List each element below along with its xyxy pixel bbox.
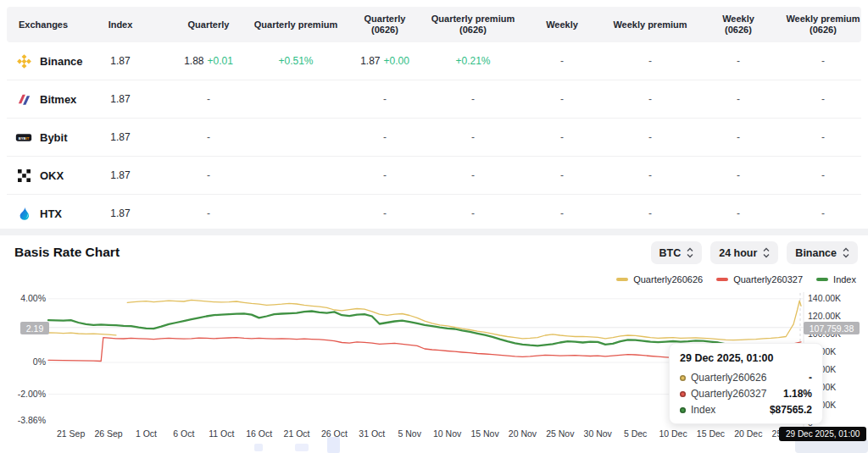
next-chart-fragment — [295, 444, 309, 451]
x-axis-label: 25 Nov — [540, 428, 581, 439]
x-axis-label: 1 Oct — [125, 428, 166, 439]
x-axis-label: 5 Dec — [615, 428, 656, 439]
cursor-date-pill: 29 Dec 2025, 01:00 — [779, 427, 866, 441]
x-axis-label: 16 Oct — [239, 428, 280, 439]
tooltip-date: 29 Dec 2025, 01:00 — [680, 352, 812, 364]
tooltip-row-index: Index$87565.2 — [680, 404, 812, 416]
x-axis-label: 21 Oct — [276, 428, 317, 439]
x-axis-label: 20 Nov — [502, 428, 542, 439]
x-axis-label: 21 Sep — [51, 428, 92, 439]
series-quarterly260626 — [48, 333, 116, 335]
left-axis-value-badge: 2.19 — [20, 322, 49, 334]
y-axis-left-label: 4.00% — [7, 293, 46, 303]
tooltip-series-dot — [680, 407, 686, 413]
tooltip-row-quarterly260327: Quarterly2603271.18% — [680, 388, 812, 400]
y-axis-right-label: 120.00K — [808, 311, 841, 321]
tooltip-series-label: Quarterly260626 — [691, 372, 804, 384]
tooltip-series-value: $87565.2 — [770, 404, 812, 416]
tooltip-series-label: Quarterly260327 — [691, 388, 778, 400]
tooltip-series-label: Index — [691, 404, 765, 416]
series-index — [48, 312, 801, 348]
y-axis-left-label: -3.86% — [7, 415, 46, 425]
tooltip-series-dot — [680, 375, 686, 381]
right-axis-value-badge: 107,759.38 — [804, 322, 860, 334]
tooltip-series-dot — [680, 391, 686, 397]
y-axis-left-label: 0% — [7, 356, 46, 367]
chart-tooltip: 29 Dec 2025, 01:00 Quarterly260626-Quart… — [669, 343, 823, 424]
x-axis-label: 10 Nov — [427, 428, 468, 439]
x-axis-label: 30 Nov — [577, 428, 618, 439]
basis-rate-dashboard: ExchangesIndexQuarterlyQuarterly premium… — [0, 0, 868, 453]
next-chart-fragment — [254, 444, 263, 451]
x-axis-label: 15 Dec — [690, 428, 731, 439]
x-axis-label: 11 Oct — [201, 428, 242, 439]
x-axis-label: 6 Oct — [164, 428, 204, 439]
series-quarterly260626 — [127, 300, 801, 340]
y-axis-right-label: 140.00K — [808, 293, 841, 303]
y-axis-left-label: -2.00% — [7, 389, 46, 399]
x-axis-label: 26 Sep — [88, 428, 129, 439]
tooltip-series-value: 1.18% — [783, 388, 812, 400]
x-axis-label: 15 Nov — [465, 428, 505, 439]
x-axis-label: 10 Dec — [653, 428, 693, 439]
x-axis-label: 31 Oct — [352, 428, 392, 439]
tooltip-series-value: - — [809, 372, 812, 384]
x-axis-label: 20 Dec — [728, 428, 769, 439]
x-axis-label: 5 Nov — [389, 428, 430, 439]
next-chart-fragment — [327, 437, 340, 453]
tooltip-row-quarterly260626: Quarterly260626- — [680, 372, 812, 384]
